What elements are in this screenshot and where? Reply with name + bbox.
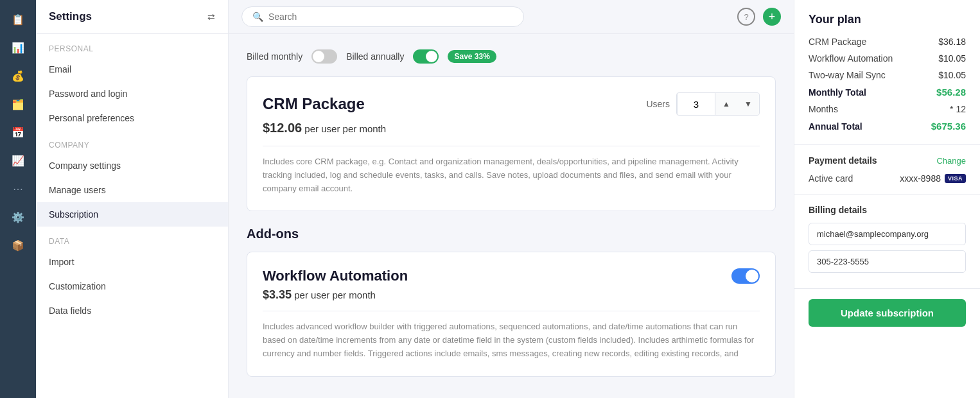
search-icon: 🔍	[252, 12, 263, 22]
icon-bar-dashboard[interactable]: 📊	[6, 36, 30, 59]
sidebar-item-personal-preferences[interactable]: Personal preferences	[36, 106, 228, 130]
package-price-value: $12.06	[263, 121, 302, 135]
stepper-down-btn[interactable]: ▼	[737, 93, 759, 115]
users-label: Users	[646, 99, 670, 109]
sidebar-item-password-login[interactable]: Password and login	[36, 82, 228, 106]
package-card: CRM Package Users 3 ▲ ▼ $12.06 per user …	[247, 76, 776, 211]
visa-badge: VISA	[945, 174, 966, 183]
active-card-number: xxxx-8988	[900, 173, 941, 184]
billed-monthly-label: Billed monthly	[247, 51, 302, 62]
sidebar-item-manage-users[interactable]: Manage users	[36, 178, 228, 202]
plan-workflow-value: $10.05	[938, 53, 966, 64]
active-card-row: Active card xxxx-8988 VISA	[809, 173, 966, 184]
annual-toggle[interactable]	[413, 49, 439, 64]
plan-mail-value: $10.05	[938, 70, 966, 80]
stepper-up-btn[interactable]: ▲	[715, 93, 737, 115]
sidebar: Settings ⇄ Personal Email Password and l…	[36, 0, 229, 398]
plan-crm-value: $36.18	[938, 37, 966, 47]
icon-bar-analytics[interactable]: 📈	[6, 149, 30, 172]
monthly-toggle[interactable]	[311, 49, 337, 64]
plan-title: Your plan	[809, 13, 966, 26]
sidebar-item-email[interactable]: Email	[36, 57, 228, 82]
plan-months-row: Months * 12	[809, 104, 966, 114]
plan-section: Your plan CRM Package $36.18 Workflow Au…	[794, 0, 980, 145]
add-icon[interactable]: +	[763, 8, 781, 26]
addon-workflow-price: $3.35 per user per month	[263, 288, 760, 302]
addon-workflow-toggle[interactable]	[731, 268, 760, 284]
users-stepper: 3 ▲ ▼	[676, 92, 760, 116]
sidebar-item-company-settings[interactable]: Company settings	[36, 153, 228, 178]
icon-bar-finance[interactable]: 💰	[6, 64, 30, 87]
search-bar[interactable]: 🔍	[241, 6, 524, 27]
addon-workflow-name: Workflow Automation	[263, 268, 408, 284]
help-icon[interactable]: ?	[737, 8, 755, 26]
plan-crm-label: CRM Package	[809, 37, 866, 47]
plan-annual-total-label: Annual Total	[809, 121, 862, 132]
package-price: $12.06 per user per month	[263, 121, 760, 135]
icon-bar-reports[interactable]: 📋	[6, 8, 30, 31]
billing-phone-input[interactable]	[809, 250, 966, 273]
sidebar-item-subscription[interactable]: Subscription	[36, 202, 228, 227]
plan-workflow-label: Workflow Automation	[809, 53, 893, 64]
icon-bar-settings[interactable]: ⚙️	[6, 205, 30, 229]
plan-mail-label: Two-way Mail Sync	[809, 70, 886, 80]
monthly-toggle-knob	[313, 51, 324, 62]
sidebar-toggle-icon[interactable]: ⇄	[207, 12, 215, 22]
addon-workflow-header: Workflow Automation	[263, 268, 760, 284]
plan-row-crm: CRM Package $36.18	[809, 37, 966, 47]
package-name: CRM Package	[263, 95, 365, 113]
plan-annual-total-row: Annual Total $675.36	[809, 121, 966, 132]
icon-bar-packages[interactable]: 📦	[6, 234, 30, 257]
annual-toggle-knob	[426, 51, 437, 62]
payment-change-link[interactable]: Change	[936, 156, 966, 166]
package-header: CRM Package Users 3 ▲ ▼	[263, 92, 760, 116]
sidebar-title: Settings	[49, 10, 92, 23]
sidebar-section-personal: Personal	[36, 34, 228, 57]
addon-workflow-divider	[263, 311, 760, 311]
sidebar-section-data: Data	[36, 227, 228, 250]
sidebar-header: Settings ⇄	[36, 0, 228, 34]
search-input[interactable]	[268, 12, 513, 22]
billing-email-input[interactable]	[809, 223, 966, 245]
plan-monthly-total-label: Monthly Total	[809, 87, 866, 98]
icon-bar-calendar[interactable]: 📅	[6, 121, 30, 144]
addon-workflow-price-value: $3.35	[263, 288, 292, 301]
plan-months-value: * 12	[950, 104, 966, 114]
billing-section-title: Billing details	[809, 205, 966, 215]
sidebar-item-data-fields[interactable]: Data fields	[36, 298, 228, 323]
save-badge: Save 33%	[448, 50, 496, 63]
payment-header: Payment details Change	[809, 155, 966, 166]
update-subscription-button[interactable]: Update subscription	[809, 299, 966, 327]
right-panel: Your plan CRM Package $36.18 Workflow Au…	[794, 0, 980, 398]
addon-workflow-desc: Includes advanced workflow builder with …	[263, 320, 760, 360]
main-content: 🔍 ? + Billed monthly Billed annually Sav…	[229, 0, 794, 398]
active-card-label: Active card	[809, 173, 853, 184]
addons-title: Add-ons	[247, 227, 776, 241]
sidebar-item-import[interactable]: Import	[36, 250, 228, 274]
plan-row-workflow: Workflow Automation $10.05	[809, 53, 966, 64]
icon-bar-more[interactable]: ⋯	[6, 177, 30, 200]
addon-workflow-card: Workflow Automation $3.35 per user per m…	[247, 252, 776, 376]
package-divider	[263, 146, 760, 146]
plan-months-label: Months	[809, 104, 838, 114]
addon-workflow-price-suffix: per user per month	[294, 290, 376, 300]
plan-row-mail: Two-way Mail Sync $10.05	[809, 70, 966, 80]
plan-monthly-total-value: $56.28	[936, 87, 966, 98]
sidebar-section-company: Company	[36, 130, 228, 153]
addon-workflow-toggle-knob	[746, 270, 758, 282]
top-bar-right: ? +	[737, 8, 781, 26]
active-card-value: xxxx-8988 VISA	[900, 173, 966, 184]
billing-toggle: Billed monthly Billed annually Save 33%	[247, 49, 776, 64]
content-area: Billed monthly Billed annually Save 33% …	[229, 34, 794, 398]
plan-monthly-total-row: Monthly Total $56.28	[809, 87, 966, 98]
users-control: Users 3 ▲ ▼	[646, 92, 760, 116]
billed-annually-label: Billed annually	[346, 51, 404, 62]
package-description: Includes core CRM package, e.g. Contact …	[263, 155, 760, 195]
payment-section: Payment details Change Active card xxxx-…	[794, 145, 980, 195]
plan-annual-total-value: $675.36	[931, 121, 966, 132]
payment-title: Payment details	[809, 155, 877, 166]
sidebar-item-customization[interactable]: Customization	[36, 274, 228, 298]
top-bar: 🔍 ? +	[229, 0, 794, 34]
icon-bar-files[interactable]: 🗂️	[6, 92, 30, 116]
package-price-suffix: per user per month	[304, 123, 386, 134]
